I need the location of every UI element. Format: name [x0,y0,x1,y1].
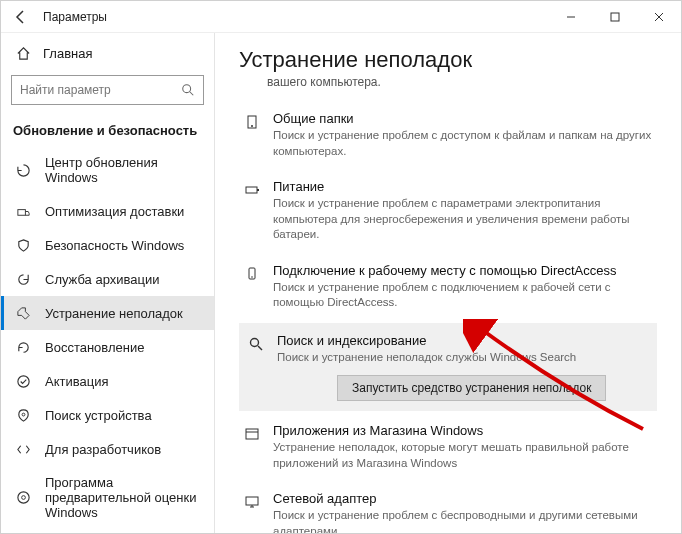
troubleshooter-network-adapter[interactable]: Сетевой адаптер Поиск и устранение пробл… [239,483,657,533]
troubleshooter-power[interactable]: Питание Поиск и устранение проблем с пар… [239,171,657,251]
window-controls [549,1,681,33]
troubleshooter-title: Сетевой адаптер [273,491,653,506]
sidebar: Главная Найти параметр Обновление и безо… [1,33,215,533]
shield-icon [15,237,31,253]
delivery-icon [15,203,31,219]
svg-point-15 [251,338,259,346]
search-input[interactable]: Найти параметр [11,75,204,105]
svg-line-16 [258,346,262,350]
page-subtext: вашего компьютера. [267,75,657,89]
troubleshooter-desc: Поиск и устранение неполадок службы Wind… [277,350,649,366]
svg-rect-11 [246,187,257,193]
svg-point-14 [251,276,253,278]
sidebar-item-label: Центр обновления Windows [45,155,200,185]
troubleshooter-shared-folders[interactable]: Общие папки Поиск и устранение проблем с… [239,103,657,167]
sidebar-item-label: Устранение неполадок [45,306,183,321]
sidebar-item-recovery[interactable]: Восстановление [1,330,214,364]
minimize-button[interactable] [549,1,593,33]
troubleshooter-desc: Поиск и устранение проблем с доступом к … [273,128,653,159]
svg-rect-17 [246,429,258,439]
close-button[interactable] [637,1,681,33]
search-icon [247,335,265,353]
troubleshooter-title: Общие папки [273,111,653,126]
activation-icon [15,373,31,389]
sidebar-item-activation[interactable]: Активация [1,364,214,398]
developer-icon [15,441,31,457]
sidebar-section-header: Обновление и безопасность [1,113,214,146]
svg-point-2 [183,85,191,93]
troubleshooter-desc: Поиск и устранение проблем с параметрами… [273,196,653,243]
sidebar-item-find-my-device[interactable]: Поиск устройства [1,398,214,432]
backup-icon [15,271,31,287]
recovery-icon [15,339,31,355]
sidebar-item-label: Служба архивации [45,272,160,287]
troubleshooter-title: Приложения из Магазина Windows [273,423,653,438]
location-icon [15,407,31,423]
svg-line-3 [190,92,194,96]
store-icon [243,425,261,443]
sidebar-item-label: Оптимизация доставки [45,204,184,219]
troubleshooter-title: Питание [273,179,653,194]
window-title: Параметры [43,10,107,24]
svg-rect-12 [257,189,259,191]
sidebar-item-backup[interactable]: Служба архивации [1,262,214,296]
troubleshooter-directaccess[interactable]: Подключение к рабочему месту с помощью D… [239,255,657,319]
home-nav[interactable]: Главная [1,39,214,67]
sidebar-item-delivery-optimization[interactable]: Оптимизация доставки [1,194,214,228]
back-button[interactable] [9,5,33,29]
page-title: Устранение неполадок [239,47,657,73]
svg-point-8 [21,496,25,500]
svg-point-6 [22,413,25,416]
troubleshooter-desc: Устранение неполадок, которые могут меша… [273,440,653,471]
sidebar-item-label: Для разработчиков [45,442,161,457]
troubleshooter-search-indexing[interactable]: Поиск и индексирование Поиск и устранени… [239,323,657,412]
power-icon [243,181,261,199]
troubleshooter-desc: Поиск и устранение проблем с подключение… [273,280,653,311]
insider-icon [15,490,31,506]
folder-icon [243,113,261,131]
sidebar-item-label: Безопасность Windows [45,238,184,253]
troubleshooter-title: Подключение к рабочему месту с помощью D… [273,263,653,278]
svg-point-7 [17,492,28,503]
run-troubleshooter-button[interactable]: Запустить средство устранения неполадок [337,375,606,401]
troubleshooter-desc: Поиск и устранение проблем с беспроводны… [273,508,653,533]
home-icon [15,45,31,61]
sidebar-item-label: Восстановление [45,340,144,355]
svg-rect-19 [246,497,258,505]
sync-icon [15,162,31,178]
device-icon [243,265,261,283]
sidebar-item-label: Поиск устройства [45,408,152,423]
svg-rect-4 [17,209,25,215]
search-icon [181,83,195,97]
troubleshooter-store-apps[interactable]: Приложения из Магазина Windows Устранени… [239,415,657,479]
maximize-button[interactable] [593,1,637,33]
svg-point-5 [17,375,28,386]
troubleshoot-icon [15,305,31,321]
sidebar-item-insider[interactable]: Программа предварительной оценки Windows [1,466,214,529]
titlebar: Параметры [1,1,681,33]
sidebar-item-label: Активация [45,374,108,389]
svg-point-10 [251,125,253,127]
search-placeholder: Найти параметр [20,83,181,97]
sidebar-item-windows-update[interactable]: Центр обновления Windows [1,146,214,194]
troubleshooter-title: Поиск и индексирование [277,333,649,348]
sidebar-item-developers[interactable]: Для разработчиков [1,432,214,466]
home-label: Главная [43,46,92,61]
sidebar-item-troubleshoot[interactable]: Устранение неполадок [1,296,214,330]
sidebar-item-windows-security[interactable]: Безопасность Windows [1,228,214,262]
sidebar-item-label: Программа предварительной оценки Windows [45,475,200,520]
network-icon [243,493,261,511]
svg-rect-1 [611,13,619,21]
main-content: Устранение неполадок вашего компьютера. … [215,33,681,533]
